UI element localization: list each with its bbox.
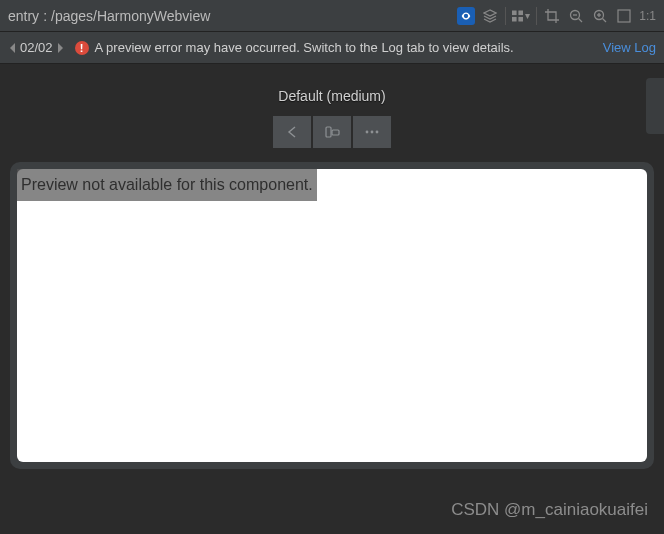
breadcrumb-path: /pages/HarmonyWebview bbox=[51, 8, 210, 24]
error-icon: ! bbox=[75, 41, 89, 55]
preview-controls bbox=[0, 116, 664, 148]
svg-line-6 bbox=[579, 18, 583, 22]
eye-icon[interactable] bbox=[457, 7, 475, 25]
preview-canvas: Preview not available for this component… bbox=[17, 169, 647, 462]
toolbar-icons: ▾ 1:1 bbox=[457, 7, 656, 25]
chevron-down-icon: ▾ bbox=[525, 10, 530, 21]
svg-line-9 bbox=[603, 18, 607, 22]
preview-area: Default (medium) Preview not available f… bbox=[0, 64, 664, 469]
watermark: CSDN @m_cainiaokuaifei bbox=[451, 500, 648, 520]
prev-arrow[interactable] bbox=[8, 41, 18, 55]
crop-icon[interactable] bbox=[543, 7, 561, 25]
ratio-button[interactable]: 1:1 bbox=[639, 7, 656, 25]
svg-rect-1 bbox=[512, 10, 517, 15]
breadcrumb-entry: entry bbox=[8, 8, 39, 24]
back-button[interactable] bbox=[273, 116, 311, 148]
svg-rect-12 bbox=[618, 10, 630, 22]
error-bar: 02/02 ! A preview error may have occurre… bbox=[0, 32, 664, 64]
svg-point-15 bbox=[366, 131, 369, 134]
svg-point-16 bbox=[371, 131, 374, 134]
svg-rect-3 bbox=[512, 16, 517, 21]
svg-rect-2 bbox=[519, 10, 524, 15]
next-arrow[interactable] bbox=[55, 41, 65, 55]
fit-icon[interactable] bbox=[615, 7, 633, 25]
zoom-in-icon[interactable] bbox=[591, 7, 609, 25]
svg-point-17 bbox=[376, 131, 379, 134]
layers-icon[interactable] bbox=[481, 7, 499, 25]
breadcrumb: entry : /pages/HarmonyWebview bbox=[8, 8, 457, 24]
side-tab[interactable] bbox=[646, 78, 664, 134]
preview-title: Default (medium) bbox=[0, 88, 664, 104]
unavailable-banner: Preview not available for this component… bbox=[17, 169, 317, 201]
breadcrumb-sep: : bbox=[43, 8, 47, 24]
page-indicator: 02/02 bbox=[20, 40, 53, 55]
error-message: A preview error may have occurred. Switc… bbox=[95, 40, 514, 55]
svg-point-0 bbox=[465, 14, 467, 16]
svg-rect-4 bbox=[519, 16, 524, 21]
zoom-out-icon[interactable] bbox=[567, 7, 585, 25]
more-button[interactable] bbox=[353, 116, 391, 148]
svg-rect-13 bbox=[326, 127, 331, 137]
separator bbox=[505, 7, 506, 25]
separator bbox=[536, 7, 537, 25]
grid-icon[interactable]: ▾ bbox=[512, 7, 530, 25]
preview-frame: Preview not available for this component… bbox=[10, 162, 654, 469]
view-log-link[interactable]: View Log bbox=[603, 40, 656, 55]
rotate-button[interactable] bbox=[313, 116, 351, 148]
top-toolbar: entry : /pages/HarmonyWebview ▾ 1:1 bbox=[0, 0, 664, 32]
svg-rect-14 bbox=[332, 130, 339, 135]
